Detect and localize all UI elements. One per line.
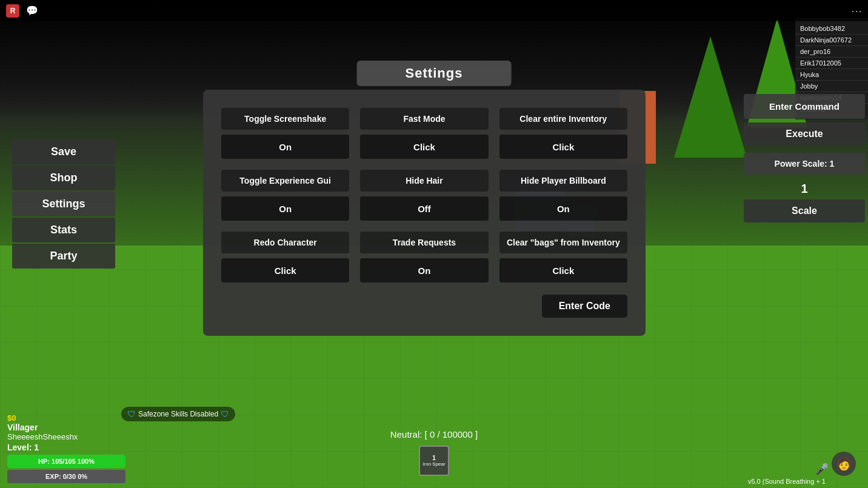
setting-label-redo-character: Redo Character <box>221 232 349 253</box>
setting-label-fast-mode: Fast Mode <box>360 108 488 130</box>
item-number: 1 <box>432 455 436 461</box>
setting-clear-inventory: Clear entire Inventory Click <box>499 108 627 159</box>
setting-label-hide-player-billboard: Hide Player Billboard <box>499 170 627 192</box>
version-text: v5.0 (Sound Breathing + 1 <box>748 478 826 485</box>
setting-label-clear-inventory: Clear entire Inventory <box>499 108 627 130</box>
setting-btn-redo-character[interactable]: Click <box>221 258 349 282</box>
safezone-text: Safezone Skills Disabled <box>138 410 218 418</box>
execute-button[interactable]: Execute <box>744 122 865 145</box>
menu-btn-settings[interactable]: Settings <box>12 192 115 216</box>
setting-label-trade-requests: Trade Requests <box>360 232 488 253</box>
setting-fast-mode: Fast Mode Click <box>360 108 488 159</box>
top-bar: R 💬 ⋯ <box>0 0 868 21</box>
scale-value: 1 <box>744 178 865 199</box>
neutral-score: Neutral: [ 0 / 100000 ] <box>390 429 478 440</box>
safezone-badge: 🛡 Safezone Skills Disabled 🛡 <box>121 407 235 421</box>
setting-btn-toggle-screenshake[interactable]: On <box>221 135 349 159</box>
command-panel: Enter Command Execute Power Scale: 1 1 S… <box>744 94 865 222</box>
bottom-hud: $0 Villager SheeeeshSheeeshx Level: 1 HP… <box>0 409 133 488</box>
exp-text: EXP: 0/30 0% <box>7 470 125 483</box>
setting-btn-clear-bags[interactable]: Click <box>499 258 627 282</box>
exp-bar-container: EXP: 0/30 0% <box>7 470 125 483</box>
setting-btn-clear-inventory[interactable]: Click <box>499 135 627 159</box>
item-slot: 1 Iron Spear <box>419 446 449 476</box>
setting-btn-hide-player-billboard[interactable]: On <box>499 196 627 221</box>
enter-command-button[interactable]: Enter Command <box>744 94 865 119</box>
setting-btn-trade-requests[interactable]: On <box>360 258 488 282</box>
top-bar-right: ⋯ <box>851 4 862 18</box>
setting-btn-toggle-exp-gui[interactable]: On <box>221 196 349 221</box>
hp-bar-container: HP: 105/105 100% <box>7 455 125 468</box>
enter-code-button[interactable]: Enter Code <box>542 295 627 318</box>
setting-trade-requests: Trade Requests On <box>360 232 488 282</box>
more-options-icon[interactable]: ⋯ <box>851 4 862 18</box>
setting-btn-fast-mode[interactable]: Click <box>360 135 488 159</box>
hp-text: HP: 105/105 100% <box>7 455 125 468</box>
role-display: Villager <box>7 423 125 432</box>
menu-btn-party[interactable]: Party <box>12 244 115 269</box>
settings-grid: Toggle Screenshake On Fast Mode Click Cl… <box>221 108 627 282</box>
menu-btn-stats[interactable]: Stats <box>12 218 115 242</box>
player-name-4: Hyuka <box>795 69 868 81</box>
setting-redo-character: Redo Character Click <box>221 232 349 282</box>
chat-icon[interactable]: 💬 <box>25 4 39 18</box>
settings-panel: Toggle Screenshake On Fast Mode Click Cl… <box>203 90 646 336</box>
setting-label-toggle-exp-gui: Toggle Experience Gui <box>221 170 349 192</box>
player-name-2: der_pro16 <box>795 46 868 58</box>
money-display: $0 <box>7 413 125 423</box>
player-name-display: SheeeeshSheeeshx <box>7 432 125 441</box>
item-box: 1 Iron Spear <box>419 446 449 476</box>
tree-1 <box>674 36 747 158</box>
level-display: Level: 1 <box>7 443 125 452</box>
enter-code-row: Enter Code <box>221 295 627 318</box>
settings-title: Settings <box>406 65 463 81</box>
setting-label-hide-hair: Hide Hair <box>360 170 488 192</box>
item-name: Iron Spear <box>422 461 445 467</box>
setting-label-clear-bags: Clear "bags" from Inventory <box>499 232 627 253</box>
mic-icon[interactable]: 🎤 <box>815 463 829 476</box>
avatar-icon[interactable]: 🧑 <box>832 452 856 476</box>
setting-toggle-screenshake: Toggle Screenshake On <box>221 108 349 159</box>
roblox-icon: R <box>6 4 19 18</box>
setting-hide-player-billboard: Hide Player Billboard On <box>499 170 627 221</box>
safezone-icon: 🛡 <box>127 409 136 419</box>
setting-btn-hide-hair[interactable]: Off <box>360 196 488 221</box>
left-menu: Save Shop Settings Stats Party <box>12 139 115 270</box>
player-name-1: DarkNinja007672 <box>795 35 868 46</box>
power-scale-button[interactable]: Power Scale: 1 <box>744 153 865 175</box>
player-name-5: Jobby <box>795 81 868 92</box>
setting-label-toggle-screenshake: Toggle Screenshake <box>221 108 349 130</box>
player-name-0: Bobbybob3482 <box>795 23 868 35</box>
menu-btn-shop[interactable]: Shop <box>12 165 115 190</box>
setting-hide-hair: Hide Hair Off <box>360 170 488 221</box>
settings-title-bar: Settings <box>357 61 512 86</box>
safezone-icon-right: 🛡 <box>221 409 229 419</box>
player-name-3: Erik17012005 <box>795 58 868 69</box>
scale-button[interactable]: Scale <box>744 199 865 222</box>
setting-clear-bags: Clear "bags" from Inventory Click <box>499 232 627 282</box>
setting-toggle-exp-gui: Toggle Experience Gui On <box>221 170 349 221</box>
menu-btn-save[interactable]: Save <box>12 139 115 164</box>
